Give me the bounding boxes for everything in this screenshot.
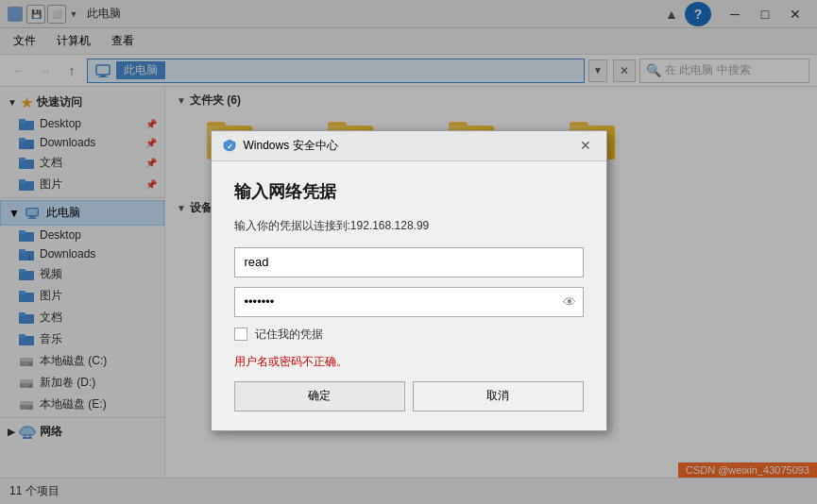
modal-content: 输入网络凭据 输入你的凭据以连接到:192.168.128.99 👁 记住我的凭… [212,161,606,430]
modal-overlay: ✓ Windows 安全中心 ✕ 输入网络凭据 输入你的凭据以连接到:192.1… [0,0,817,504]
password-wrapper: 👁 [234,287,584,317]
modal-description: 输入你的凭据以连接到:192.168.128.99 [234,218,584,234]
remember-credentials-row: 记住我的凭据 [234,327,584,343]
error-message: 用户名或密码不正确。 [234,354,584,370]
modal-title-left: ✓ Windows 安全中心 [223,138,338,154]
remember-label: 记住我的凭据 [255,327,323,343]
credential-modal: ✓ Windows 安全中心 ✕ 输入网络凭据 输入你的凭据以连接到:192.1… [211,130,607,431]
security-icon: ✓ [223,139,236,152]
modal-title-text: Windows 安全中心 [244,138,338,154]
remember-checkbox[interactable] [234,328,247,341]
modal-close-button[interactable]: ✕ [576,136,595,155]
modal-title-bar: ✓ Windows 安全中心 ✕ [212,131,606,161]
show-password-icon[interactable]: 👁 [563,294,576,310]
password-input[interactable] [234,287,584,317]
svg-text:✓: ✓ [227,143,233,151]
modal-buttons: 确定 取消 [234,381,584,412]
modal-heading: 输入网络凭据 [234,180,584,203]
username-input[interactable] [234,247,584,277]
confirm-button[interactable]: 确定 [234,381,405,412]
cancel-button[interactable]: 取消 [413,381,584,412]
